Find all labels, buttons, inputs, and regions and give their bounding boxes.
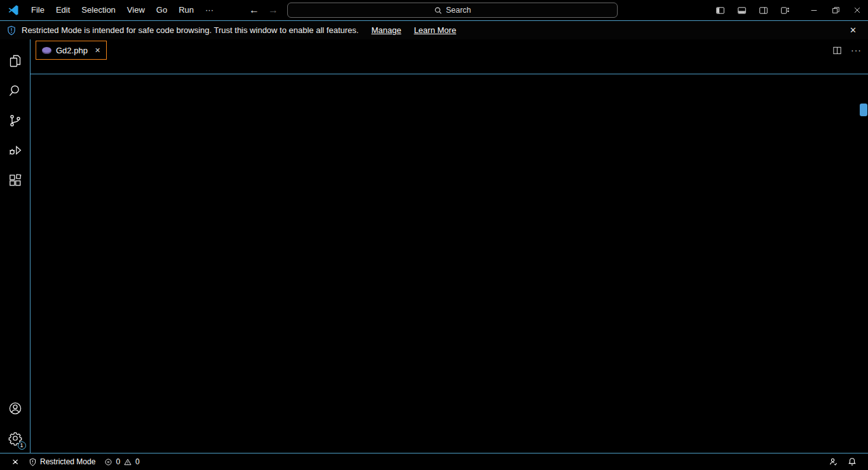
php-icon (42, 47, 51, 54)
vscode-logo-icon (8, 4, 19, 16)
restricted-mode-banner: Restricted Mode is intended for safe cod… (0, 21, 868, 39)
run-and-debug-icon[interactable] (0, 135, 31, 165)
banner-message: Restricted Mode is intended for safe cod… (22, 25, 358, 35)
window-controls (709, 0, 868, 20)
breadcrumb (31, 61, 868, 74)
menu-item-view[interactable]: View (121, 0, 151, 20)
restricted-mode-label: Restricted Mode (40, 457, 95, 466)
restricted-mode-status[interactable]: Restricted Mode (24, 453, 100, 470)
warning-count: 0 (135, 457, 140, 466)
learn-more-link[interactable]: Learn More (414, 25, 456, 35)
tab-label: Gd2.php (56, 46, 88, 55)
shield-small-icon (29, 458, 37, 466)
manage-link[interactable]: Manage (371, 25, 401, 35)
accounts-icon[interactable] (0, 393, 31, 423)
problems-status[interactable]: 0 0 (100, 453, 144, 470)
search-input[interactable]: Search (287, 3, 618, 18)
menu-item-go[interactable]: Go (151, 0, 173, 20)
minimize-button[interactable] (803, 0, 825, 20)
code-editor[interactable] (31, 74, 868, 453)
status-bar: Restricted Mode 0 0 (0, 453, 868, 470)
tab-gd2-php[interactable]: Gd2.php ✕ (36, 41, 107, 60)
banner-close-icon[interactable]: ✕ (844, 25, 862, 35)
notifications-bell-icon[interactable] (843, 457, 862, 466)
menu-item-file[interactable]: File (25, 0, 50, 20)
customize-layout-icon[interactable] (774, 0, 796, 20)
toggle-secondary-sidebar-icon[interactable] (752, 0, 774, 20)
more-actions-icon[interactable]: ··· (851, 45, 862, 55)
toggle-primary-sidebar-icon[interactable] (709, 0, 731, 20)
shield-icon (6, 25, 17, 36)
vscode-window: FileEditSelectionViewGoRun··· ← → Search (0, 0, 868, 470)
errors-icon (104, 458, 112, 466)
settings-badge: 1 (18, 441, 26, 450)
forward-button[interactable]: → (268, 4, 278, 16)
editor-actions: ··· (832, 39, 862, 61)
menu-bar: FileEditSelectionViewGoRun··· (25, 0, 219, 20)
split-editor-icon[interactable] (832, 46, 842, 55)
menu-item-selection[interactable]: Selection (76, 0, 121, 20)
minimap[interactable] (787, 74, 859, 453)
overview-ruler[interactable] (859, 74, 868, 453)
close-window-button[interactable] (846, 0, 868, 20)
menu-item-more[interactable]: ··· (200, 0, 219, 20)
restore-button[interactable] (825, 0, 846, 20)
search-icon (434, 6, 442, 15)
remote-indicator-icon[interactable] (6, 453, 24, 470)
menu-item-run[interactable]: Run (173, 0, 200, 20)
error-count: 0 (116, 457, 120, 466)
settings-gear-icon[interactable]: 1 (0, 423, 31, 453)
history-navigation: ← → (249, 0, 278, 20)
toggle-panel-icon[interactable] (731, 0, 752, 20)
extensions-icon[interactable] (0, 165, 31, 195)
back-button[interactable]: ← (249, 4, 259, 16)
activity-bar: 1 (0, 39, 31, 453)
tab-close-icon[interactable]: ✕ (95, 46, 100, 55)
explorer-icon[interactable] (0, 46, 31, 76)
search-placeholder: Search (446, 6, 471, 15)
overview-cursor-marker (860, 104, 867, 116)
search-sidebar-icon[interactable] (0, 76, 31, 105)
menu-item-edit[interactable]: Edit (50, 0, 76, 20)
source-control-icon[interactable] (0, 105, 31, 135)
status-bar-right (824, 457, 862, 466)
tab-bar: Gd2.php ✕ ··· (31, 39, 868, 61)
title-bar: FileEditSelectionViewGoRun··· ← → Search (0, 0, 868, 21)
account-check-icon[interactable] (824, 457, 843, 466)
warnings-icon (123, 458, 132, 466)
